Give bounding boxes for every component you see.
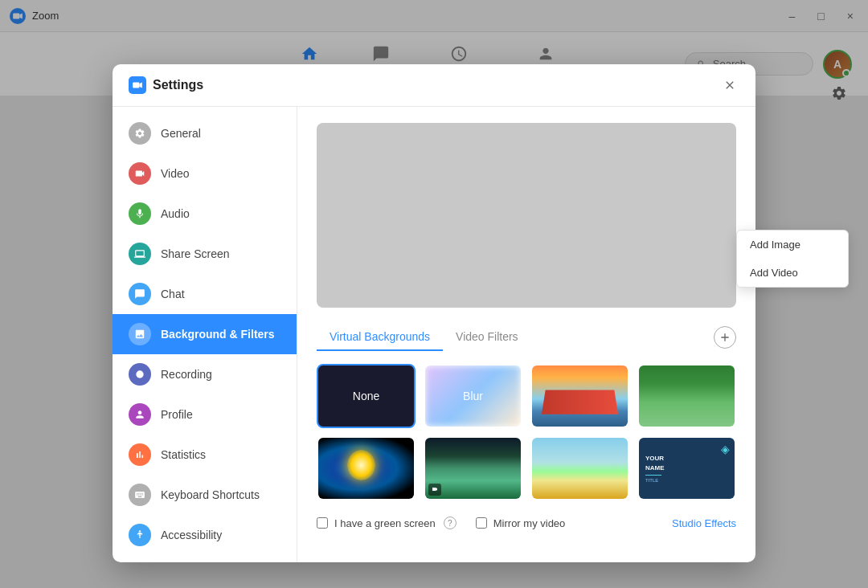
settings-sidebar: General Video Audio Share <box>113 107 297 562</box>
green-screen-row: I have a green screen ? <box>317 517 457 529</box>
background-option-card[interactable]: YOURNAME TITLE ◈ <box>637 436 736 500</box>
content-tabs-bar: Virtual Backgrounds Video Filters <box>317 324 736 351</box>
close-icon <box>723 79 736 92</box>
svg-point-5 <box>139 530 141 532</box>
sidebar-item-general[interactable]: General <box>113 113 297 153</box>
sidebar-label-video: Video <box>161 167 190 180</box>
settings-content: Virtual Backgrounds Video Filters None <box>297 107 755 562</box>
video-icon <box>129 162 151 185</box>
recording-icon <box>129 363 151 386</box>
chat-nav-icon <box>129 283 151 305</box>
sidebar-label-profile: Profile <box>161 408 193 421</box>
settings-body: General Video Audio Share <box>113 107 755 562</box>
studio-effects-link[interactable]: Studio Effects <box>672 517 736 529</box>
green-screen-label: I have a green screen <box>334 517 436 529</box>
background-option-nature[interactable] <box>637 364 736 428</box>
sidebar-item-recording[interactable]: Recording <box>113 354 297 394</box>
keyboard-icon <box>129 484 151 506</box>
sidebar-label-statistics: Statistics <box>161 448 206 461</box>
dropdown-item-add-video[interactable]: Add Video <box>737 259 848 287</box>
tab-list: Virtual Backgrounds Video Filters <box>317 324 531 351</box>
statistics-icon <box>129 443 151 466</box>
bottom-bar: I have a green screen ? Mirror my video … <box>317 517 736 529</box>
accessibility-icon <box>129 524 151 546</box>
sidebar-label-accessibility: Accessibility <box>161 529 222 541</box>
svg-rect-2 <box>133 83 139 88</box>
checkbox-group: I have a green screen ? Mirror my video <box>317 517 565 529</box>
background-option-none[interactable]: None <box>317 364 416 428</box>
dropdown-item-add-image[interactable]: Add Image <box>737 231 848 259</box>
background-grid: None Blur <box>317 364 736 500</box>
sidebar-item-keyboard-shortcuts[interactable]: Keyboard Shortcuts <box>113 475 297 515</box>
background-icon <box>129 323 151 345</box>
settings-title: Settings <box>153 78 203 92</box>
sidebar-item-chat[interactable]: Chat <box>113 274 297 314</box>
background-option-aurora[interactable] <box>424 436 522 500</box>
video-badge-aurora <box>428 484 441 496</box>
svg-marker-3 <box>139 83 142 88</box>
sidebar-item-statistics[interactable]: Statistics <box>113 435 297 475</box>
background-option-space[interactable] <box>317 436 416 500</box>
svg-point-4 <box>136 370 143 378</box>
sidebar-label-audio: Audio <box>161 207 190 220</box>
mirror-video-checkbox[interactable] <box>476 517 487 529</box>
sidebar-label-background: Background & Filters <box>161 328 275 341</box>
share-screen-icon <box>129 243 151 265</box>
audio-icon <box>129 202 151 225</box>
green-screen-checkbox[interactable] <box>317 517 328 529</box>
background-option-bridge[interactable] <box>530 364 629 428</box>
none-label: None <box>353 390 379 402</box>
sidebar-item-background[interactable]: Background & Filters <box>113 314 297 354</box>
sidebar-item-accessibility[interactable]: Accessibility <box>113 515 297 555</box>
settings-dialog: Settings General Video <box>113 64 755 562</box>
background-option-beach[interactable] <box>530 436 629 500</box>
settings-header: Settings <box>113 64 755 107</box>
video-preview <box>317 123 736 308</box>
add-background-button[interactable] <box>714 326 736 349</box>
settings-close-button[interactable] <box>720 76 739 95</box>
sidebar-label-keyboard-shortcuts: Keyboard Shortcuts <box>161 488 260 501</box>
sidebar-label-recording: Recording <box>161 368 212 381</box>
sidebar-item-share-screen[interactable]: Share Screen <box>113 234 297 274</box>
sidebar-item-profile[interactable]: Profile <box>113 394 297 435</box>
sidebar-label-general: General <box>161 127 201 140</box>
tab-video-filters[interactable]: Video Filters <box>443 324 531 351</box>
plus-icon <box>719 331 731 344</box>
sidebar-label-share-screen: Share Screen <box>161 247 230 260</box>
tab-virtual-backgrounds[interactable]: Virtual Backgrounds <box>317 324 443 351</box>
mirror-video-row: Mirror my video <box>476 517 566 529</box>
background-option-blur[interactable]: Blur <box>424 364 522 428</box>
sidebar-item-audio[interactable]: Audio <box>113 194 297 234</box>
settings-logo <box>129 76 146 94</box>
blur-label: Blur <box>463 390 483 402</box>
general-icon <box>129 122 151 145</box>
sidebar-item-video[interactable]: Video <box>113 153 297 194</box>
sidebar-label-chat: Chat <box>161 288 185 300</box>
green-screen-help-icon[interactable]: ? <box>444 517 457 529</box>
mirror-video-label: Mirror my video <box>493 517 566 529</box>
add-media-dropdown: Add Image Add Video <box>736 230 849 288</box>
profile-icon <box>129 403 151 426</box>
